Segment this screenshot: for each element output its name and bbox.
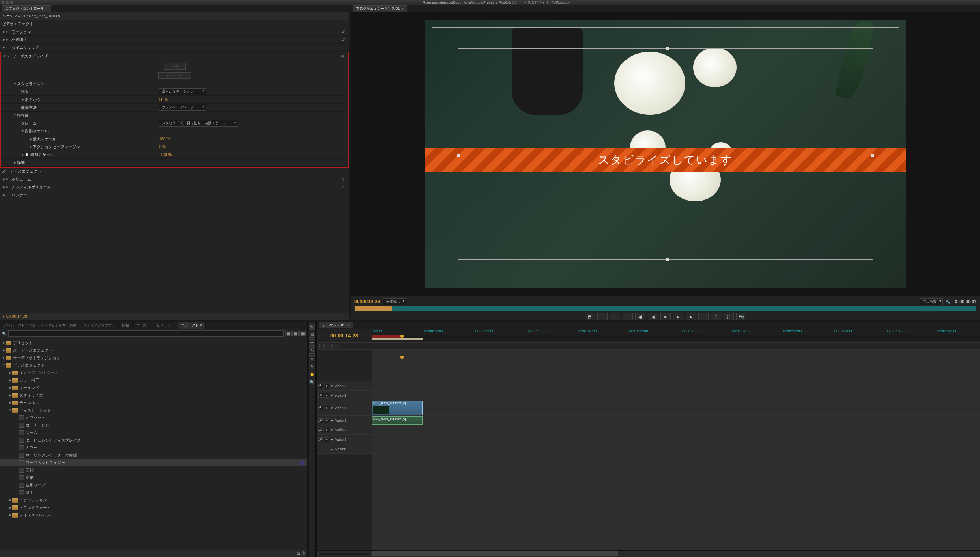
folder-チャンネル[interactable]: ▶チャンネル <box>0 399 307 406</box>
program-viewer[interactable]: スタビライズしています <box>351 12 980 296</box>
audio-clip[interactable]: D8E_0368_cut.mov [A] <box>372 416 423 425</box>
wrench-icon[interactable]: 🔧 <box>946 300 950 304</box>
out-point-button[interactable]: } <box>610 313 620 320</box>
ec-timecode[interactable]: 00:00:14:28 <box>6 314 27 319</box>
32bit-icon[interactable]: ▦ <box>299 331 306 336</box>
effect-変形[interactable]: 変形 <box>0 474 307 481</box>
marker-add-button[interactable]: ⬒ <box>585 313 595 320</box>
prop-max-scale[interactable]: ▶最大スケール180 % <box>1 135 348 143</box>
marker-icon[interactable] <box>327 344 333 348</box>
prop-warp-stabilizer[interactable]: ▼fxワープスタビライザー↺ <box>1 52 348 60</box>
horizontal-scrollbar[interactable] <box>372 551 618 556</box>
track-v2[interactable] <box>372 391 980 400</box>
effect-ワープスタビライザー[interactable]: ワープスタビライザー <box>0 459 307 466</box>
timeline-content[interactable]: D8E_0368_cut.mov [V] D8E_0368_cut.mov [A… <box>372 350 980 550</box>
track-a3[interactable] <box>372 435 980 444</box>
group-detail[interactable]: ▶詳細 <box>1 159 348 167</box>
folder-ノイズ＆グレイン[interactable]: ▶ノイズ＆グレイン <box>0 511 307 519</box>
tab-program[interactable]: プログラム：シーケンス 01▾ <box>353 5 407 12</box>
frame-dropdown[interactable]: スタビライズ、切り抜き、自動スケール <box>159 120 238 127</box>
razor-tool[interactable]: ✂ <box>309 339 315 346</box>
folder-ディストーション[interactable]: ▼ディストーション <box>0 406 307 414</box>
prop-safe-margin[interactable]: ▶アクションセーフマージン0 % <box>1 143 348 151</box>
prop-frame[interactable]: フレームスタビライズ、切り抜き、自動スケール <box>1 119 348 127</box>
reset-icon[interactable]: ↺ <box>342 185 347 189</box>
track-header-v1[interactable]: 👁▸▾Video 1 <box>317 400 372 416</box>
folder-カラー補正[interactable]: ▶カラー補正 <box>0 376 307 384</box>
section-video-effects[interactable]: ビデオエフェクト <box>0 20 349 28</box>
lift-button[interactable]: ⤴ <box>711 313 721 320</box>
stop-button[interactable]: ■ <box>660 313 671 320</box>
zoom-slider[interactable] <box>318 553 370 555</box>
prop-result[interactable]: 結果滑らかなモーション <box>1 88 348 96</box>
resolution-dropdown[interactable]: フル画質 <box>920 298 943 305</box>
new-bin-icon[interactable]: 🗀 <box>296 551 300 555</box>
effect-球面[interactable]: 球面 <box>0 489 307 496</box>
zoom-dropdown[interactable]: 全体表示 <box>383 298 406 305</box>
track-header-a1[interactable]: 🔊▸▾Audio 1 <box>317 416 372 425</box>
reset-icon[interactable]: ↺ <box>342 37 347 42</box>
slide-tool[interactable]: ↔ <box>309 355 315 361</box>
goto-out-button[interactable]: → <box>698 313 709 320</box>
folder-トランスフォーム[interactable]: ▶トランスフォーム <box>0 504 307 511</box>
goto-in-button[interactable]: ← <box>623 313 633 320</box>
prop-method[interactable]: 補間方法サブスペースワープ <box>1 104 348 112</box>
effects-tree[interactable]: ▶プリセット▶オーディオエフェクト▶オーディオトランジション▼ビデオエフェクト▶… <box>0 338 307 550</box>
section-audio-effects[interactable]: オーディオエフェクト <box>0 168 349 175</box>
folder-スタイライズ[interactable]: ▶スタイライズ <box>0 391 307 399</box>
snap-icon[interactable] <box>319 344 325 348</box>
reset-icon[interactable]: ↺ <box>341 54 346 58</box>
tab-info[interactable]: 情報 <box>119 322 133 329</box>
tab-effects[interactable]: エフェクト × <box>178 322 206 329</box>
track-header-v2[interactable]: 👁▸▾Video 2 <box>317 391 372 400</box>
program-scrubber[interactable] <box>354 306 976 311</box>
work-area-bar[interactable] <box>372 338 423 340</box>
prop-volume[interactable]: ▶fxボリューム↺ <box>0 175 349 183</box>
effects-search-input[interactable] <box>8 330 284 337</box>
track-header-a3[interactable]: 🔊▸▾Audio 3 <box>317 435 372 444</box>
program-timecode-left[interactable]: 00:00:14:28 <box>354 299 380 304</box>
prop-motion[interactable]: ▶fxモーション↺ <box>0 28 349 36</box>
effect-コーナーピン[interactable]: コーナーピン <box>0 421 307 429</box>
group-auto-scale[interactable]: ▼自動スケール <box>1 127 348 135</box>
tab-project[interactable]: プロジェクト：コピー 〜 スタビライザー実験 <box>0 322 80 329</box>
group-stabilize[interactable]: ▼スタビライズ： <box>1 80 348 88</box>
selection-tool[interactable]: ↖ <box>309 324 315 330</box>
step-forward-button[interactable]: |▶ <box>686 313 696 320</box>
track-master[interactable] <box>372 444 980 454</box>
tab-effect-controls[interactable]: エフェクトコントロール× <box>2 5 51 12</box>
slip-tool[interactable]: ⇆ <box>309 347 315 354</box>
fx-type-icon[interactable]: ▦ <box>285 331 292 336</box>
prop-panner[interactable]: ▶ パンナー <box>0 191 349 199</box>
effect-ローリングシャッターの修復[interactable]: ローリングシャッターの修復 <box>0 451 307 459</box>
folder-ビデオエフェクト[interactable]: ▼ビデオエフェクト <box>0 361 307 369</box>
play-button[interactable]: ▶ <box>673 313 683 320</box>
method-dropdown[interactable]: サブスペースワープ <box>159 104 206 111</box>
track-a1[interactable]: D8E_0368_cut.mov [A] <box>372 416 980 425</box>
track-v1[interactable]: D8E_0368_cut.mov [V] <box>372 400 980 416</box>
folder-イメージコントロール[interactable]: ▶イメージコントロール <box>0 369 307 376</box>
pen-tool[interactable]: ✎ <box>309 363 315 369</box>
timeline-timecode[interactable]: 00:00:14:28 <box>330 333 358 339</box>
effect-ズーム[interactable]: ズーム <box>0 429 307 436</box>
step-back-button[interactable]: ◀| <box>635 313 645 320</box>
video-clip[interactable]: D8E_0368_cut.mov [V] <box>372 401 423 415</box>
reset-icon[interactable]: ↺ <box>342 30 347 34</box>
result-dropdown[interactable]: 滑らかなモーション <box>159 88 206 95</box>
yuv-icon[interactable]: ▦ <box>292 331 299 336</box>
group-border[interactable]: ▼境界線 <box>1 112 348 119</box>
track-header-master[interactable]: ▸Master <box>317 444 372 454</box>
track-select-tool[interactable]: ⧉ <box>309 332 315 338</box>
traffic-lights[interactable] <box>2 1 13 4</box>
prop-channel-volume[interactable]: ▶fxチャンネルボリューム↺ <box>0 183 349 191</box>
settings-icon[interactable] <box>335 344 340 348</box>
play-reverse-button[interactable]: ◀ <box>648 313 658 320</box>
prop-smoothness[interactable]: ▶滑らかさ50 % <box>1 96 348 104</box>
track-header-a2[interactable]: 🔊▸▾Audio 2 <box>317 425 372 435</box>
track-v3[interactable] <box>372 381 980 391</box>
tab-history[interactable]: ヒストリー <box>153 322 178 329</box>
timeline-ruler[interactable]: 00:0000:00:16:0000:00:32:0000:00:48:0000… <box>372 329 980 342</box>
in-point-button[interactable]: { <box>597 313 608 320</box>
effect-回転[interactable]: 回転 <box>0 466 307 474</box>
track-header-v3[interactable]: 👁▸▾Video 3 <box>317 381 372 391</box>
